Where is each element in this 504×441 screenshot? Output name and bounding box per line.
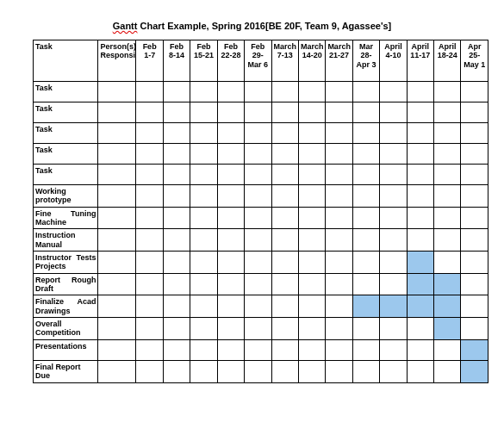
gantt-cell bbox=[136, 102, 163, 123]
gantt-cell bbox=[245, 252, 271, 274]
person-cell bbox=[98, 273, 136, 295]
gantt-cell bbox=[136, 165, 163, 185]
gantt-cell bbox=[407, 102, 433, 123]
header-row: Task Person(s) Responsible Feb 1-7Feb 8-… bbox=[34, 40, 488, 82]
person-cell bbox=[98, 82, 136, 102]
person-cell bbox=[98, 165, 136, 185]
gantt-cell bbox=[136, 252, 163, 274]
gantt-cell bbox=[461, 165, 488, 185]
gantt-cell bbox=[217, 252, 244, 274]
gantt-cell bbox=[190, 252, 217, 274]
gantt-cell bbox=[245, 82, 271, 102]
gantt-cell bbox=[352, 252, 379, 274]
task-label: Finalize Acad Drawings bbox=[34, 295, 98, 318]
task-label: Task bbox=[34, 165, 98, 185]
table-row: Task bbox=[34, 144, 488, 165]
gantt-cell bbox=[352, 339, 379, 360]
gantt-cell bbox=[380, 102, 407, 123]
gantt-cell bbox=[407, 185, 433, 208]
header-week-9: April 4-10 bbox=[380, 40, 407, 82]
gantt-cell bbox=[352, 102, 379, 123]
gantt-cell bbox=[217, 207, 244, 229]
gantt-cell bbox=[461, 82, 488, 102]
gantt-cell bbox=[326, 273, 352, 295]
gantt-cell bbox=[407, 207, 433, 229]
gantt-cell bbox=[434, 185, 461, 208]
gantt-cell bbox=[298, 102, 325, 123]
gantt-cell bbox=[245, 318, 271, 340]
gantt-cell bbox=[407, 318, 433, 340]
gantt-cell bbox=[298, 185, 325, 208]
gantt-cell bbox=[407, 144, 433, 165]
gantt-cell bbox=[298, 144, 325, 165]
person-cell bbox=[98, 123, 136, 144]
gantt-cell bbox=[136, 82, 163, 102]
gantt-cell bbox=[245, 102, 271, 123]
gantt-cell bbox=[190, 185, 217, 208]
gantt-cell bbox=[461, 207, 488, 229]
gantt-cell bbox=[326, 252, 352, 274]
person-cell bbox=[98, 252, 136, 274]
gantt-cell bbox=[271, 144, 298, 165]
gantt-cell bbox=[136, 123, 163, 144]
gantt-cell bbox=[190, 273, 217, 295]
gantt-cell bbox=[163, 82, 190, 102]
gantt-cell bbox=[352, 144, 379, 165]
gantt-cell bbox=[352, 207, 379, 229]
table-row: Presentations bbox=[34, 339, 488, 360]
gantt-cell bbox=[245, 144, 271, 165]
gantt-cell bbox=[407, 360, 433, 382]
gantt-cell bbox=[407, 295, 433, 318]
gantt-cell bbox=[163, 144, 190, 165]
gantt-cell bbox=[461, 102, 488, 123]
gantt-cell bbox=[217, 102, 244, 123]
gantt-cell bbox=[136, 185, 163, 208]
gantt-cell bbox=[190, 102, 217, 123]
gantt-cell bbox=[190, 339, 217, 360]
task-label: Final Report Due bbox=[34, 360, 98, 382]
gantt-cell bbox=[434, 360, 461, 382]
gantt-cell bbox=[326, 229, 352, 252]
gantt-cell bbox=[434, 339, 461, 360]
header-week-3: Feb 22-28 bbox=[217, 40, 244, 82]
task-label: Working prototype bbox=[34, 185, 98, 208]
gantt-cell bbox=[190, 318, 217, 340]
gantt-cell bbox=[217, 82, 244, 102]
task-label: Report Rough Draft bbox=[34, 273, 98, 295]
gantt-cell bbox=[136, 273, 163, 295]
gantt-cell bbox=[434, 123, 461, 144]
gantt-cell bbox=[217, 165, 244, 185]
gantt-cell bbox=[380, 82, 407, 102]
gantt-cell bbox=[271, 295, 298, 318]
gantt-table: Task Person(s) Responsible Feb 1-7Feb 8-… bbox=[33, 40, 488, 383]
gantt-cell bbox=[352, 229, 379, 252]
table-row: Task bbox=[34, 123, 488, 144]
gantt-cell bbox=[407, 339, 433, 360]
gantt-cell bbox=[352, 82, 379, 102]
gantt-cell bbox=[434, 273, 461, 295]
gantt-cell bbox=[271, 252, 298, 274]
person-cell bbox=[98, 229, 136, 252]
gantt-cell bbox=[245, 360, 271, 382]
gantt-cell bbox=[163, 207, 190, 229]
gantt-cell bbox=[217, 229, 244, 252]
person-cell bbox=[98, 339, 136, 360]
gantt-cell bbox=[434, 165, 461, 185]
gantt-cell bbox=[163, 102, 190, 123]
gantt-cell bbox=[380, 318, 407, 340]
gantt-cell bbox=[190, 144, 217, 165]
gantt-cell bbox=[217, 318, 244, 340]
gantt-cell bbox=[326, 295, 352, 318]
gantt-cell bbox=[271, 207, 298, 229]
person-cell bbox=[98, 185, 136, 208]
gantt-cell bbox=[326, 360, 352, 382]
header-week-8: Mar 28- Apr 3 bbox=[352, 40, 379, 82]
gantt-cell bbox=[136, 339, 163, 360]
table-row: Finalize Acad Drawings bbox=[34, 295, 488, 318]
gantt-cell bbox=[136, 360, 163, 382]
task-label: Presentations bbox=[34, 339, 98, 360]
task-label: Fine Tuning Machine bbox=[34, 207, 98, 229]
header-week-11: April 18-24 bbox=[434, 40, 461, 82]
gantt-cell bbox=[163, 360, 190, 382]
gantt-cell bbox=[271, 82, 298, 102]
